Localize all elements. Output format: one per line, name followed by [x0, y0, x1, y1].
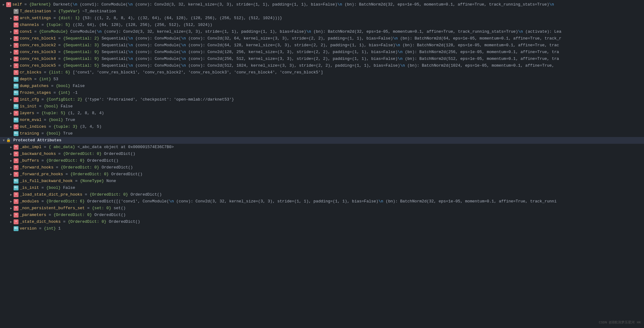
tree-row-protected_header[interactable]: 🔒Protected Attributes	[0, 137, 644, 144]
tree-row-layers[interactable]: ≡layers = {tuple: 5} (1, 2, 8, 8, 4)	[0, 110, 644, 117]
row-content-_abc_impl: _abc_impl = { abc_data} <_abc_data objec…	[20, 144, 644, 150]
type-icon-list: ≡	[14, 63, 19, 68]
row-content-T_destination: T_destination = {TypeVar} ~T_destination	[20, 8, 644, 15]
toggle-arrow	[9, 185, 14, 190]
watermark: CSDN @清航清梦压星河 HK	[599, 320, 641, 325]
toggle-arrow[interactable]	[9, 219, 14, 224]
tree-row-_modules[interactable]: ≡_modules = {OrderedDict: 6} OrderedDict…	[0, 198, 644, 205]
tree-row-arch_settings[interactable]: ≡arch_settings = {dict: 1} {53: ((1, 2, …	[0, 15, 644, 22]
tree-row-norm_eval[interactable]: 01norm_eval = {bool} True	[0, 117, 644, 123]
tree-row-init_cfg[interactable]: ≡init_cfg = {ConfigDict: 2} {'type': 'Pr…	[0, 96, 644, 103]
toggle-arrow[interactable]	[9, 199, 14, 204]
tree-row-out_indices[interactable]: ≡out_indices = {tuple: 3} (3, 4, 5)	[0, 123, 644, 130]
toggle-arrow[interactable]	[9, 43, 14, 48]
tree-row-conv_res_block4[interactable]: ≡conv_res_block4 = {Sequential: 9} Seque…	[0, 56, 644, 62]
tree-row-_forward_pre_hooks[interactable]: ≡_forward_pre_hooks = {OrderedDict: 0} O…	[0, 171, 644, 178]
toggle-arrow[interactable]	[9, 97, 14, 102]
type-icon-list: ≡	[14, 199, 19, 204]
type-icon-list: ≡	[14, 97, 19, 102]
tree-row-conv_res_block3[interactable]: ≡conv_res_block3 = {Sequential: 9} Seque…	[0, 49, 644, 56]
type-icon-list: ≡	[14, 29, 19, 34]
tree-row-conv_res_block5[interactable]: ≡conv_res_block5 = {Sequential: 5} Seque…	[0, 62, 644, 69]
toggle-arrow[interactable]	[9, 158, 14, 163]
type-icon-list: ≡	[14, 56, 19, 61]
row-content-training: training = {bool} True	[20, 131, 644, 137]
type-icon-bool: 01	[14, 104, 19, 109]
type-icon-bool: 01	[14, 77, 19, 82]
toggle-arrow[interactable]	[9, 206, 14, 211]
tree-row-channels[interactable]: ≡channels = {tuple: 5} ((32, 64), (64, 1…	[0, 22, 644, 28]
type-icon-bool: 01	[14, 84, 19, 89]
type-icon-list: ≡	[14, 152, 19, 156]
tree-row-T_destination[interactable]: =T_destination = {TypeVar} ~T_destinatio…	[0, 8, 644, 15]
toggle-arrow[interactable]	[9, 152, 14, 156]
tree-row-_parameters[interactable]: ≡_parameters = {OrderedDict: 0} OrderedD…	[0, 212, 644, 218]
toggle-arrow[interactable]	[9, 63, 14, 68]
toggle-arrow	[9, 104, 14, 109]
tree-row-_load_state_dict_pre_hooks[interactable]: ≡_load_state_dict_pre_hooks = {OrderedDi…	[0, 191, 644, 198]
toggle-arrow	[9, 131, 14, 136]
type-icon-list: ≡	[14, 50, 19, 55]
tree-row-dump_patches[interactable]: 01dump_patches = {bool} False	[0, 83, 644, 89]
tree-row-conv1[interactable]: ≡conv1 = {ConvModule} ConvModule(\n (con…	[0, 28, 644, 35]
toggle-arrow[interactable]	[9, 192, 14, 197]
toggle-arrow	[9, 179, 14, 184]
tree-row-_non_persistent_buffers_set[interactable]: ≡_non_persistent_buffers_set = {set: 0} …	[0, 205, 644, 212]
row-content-conv_res_block1: conv_res_block1 = {Sequential: 2} Sequen…	[20, 35, 644, 42]
row-content-_backward_hooks: _backward_hooks = {OrderedDict: 0} Order…	[20, 151, 644, 157]
row-content-self: self = {Darknet} Darknet(\n (conv1): Con…	[12, 2, 644, 8]
type-icon-bool: 01	[14, 179, 19, 184]
row-content-conv_res_block2: conv_res_block2 = {Sequential: 3} Sequen…	[20, 42, 644, 48]
toggle-arrow[interactable]	[1, 2, 6, 7]
tree-row-training[interactable]: 01training = {bool} True	[0, 130, 644, 137]
toggle-arrow	[9, 70, 14, 75]
toggle-arrow	[9, 226, 14, 231]
tree-row-self[interactable]: ≡self = {Darknet} Darknet(\n (conv1): Co…	[0, 1, 644, 8]
tree-row-version[interactable]: 01version = {int} 1	[0, 225, 644, 232]
toggle-arrow[interactable]	[9, 50, 14, 55]
toggle-arrow[interactable]	[9, 29, 14, 34]
tree-row-_backward_hooks[interactable]: ≡_backward_hooks = {OrderedDict: 0} Orde…	[0, 151, 644, 157]
toggle-arrow[interactable]	[9, 165, 14, 170]
type-icon-list: ≡	[14, 70, 19, 75]
toggle-arrow[interactable]	[9, 16, 14, 21]
tree-row-_abc_impl[interactable]: ≡_abc_impl = { abc_data} <_abc_data obje…	[0, 144, 644, 151]
type-icon-bool: 01	[14, 185, 19, 190]
type-icon-list: ≡	[14, 158, 19, 163]
tree-row-_buffers[interactable]: ≡_buffers = {OrderedDict: 0} OrderedDict…	[0, 157, 644, 164]
type-icon-list: ≡	[14, 124, 19, 129]
tree-row-frozen_stages[interactable]: 01frozen_stages = {int} -1	[0, 89, 644, 96]
toggle-arrow[interactable]	[9, 213, 14, 218]
type-icon-list: ≡	[14, 219, 19, 224]
row-content-channels: channels = {tuple: 5} ((32, 64), (64, 12…	[20, 22, 644, 28]
tree-row-conv_res_block1[interactable]: ≡conv_res_block1 = {Sequential: 2} Seque…	[0, 35, 644, 42]
type-icon-bool: 01	[14, 226, 19, 231]
lock-icon: 🔒	[6, 138, 11, 143]
toggle-arrow[interactable]	[9, 145, 14, 150]
type-icon-eq: =	[14, 9, 19, 14]
toggle-arrow[interactable]	[9, 124, 14, 129]
row-content-version: version = {int} 1	[20, 226, 644, 232]
tree-row-_state_dict_hooks[interactable]: ≡_state_dict_hooks = {OrderedDict: 0} Or…	[0, 218, 644, 225]
tree-row-_is_full_backward_hook[interactable]: 01_is_full_backward_hook = {NoneType} No…	[0, 178, 644, 185]
row-content-frozen_stages: frozen_stages = {int} -1	[20, 90, 644, 96]
row-content-conv_res_block3: conv_res_block3 = {Sequential: 9} Sequen…	[20, 49, 644, 55]
tree-row-_forward_hooks[interactable]: ≡_forward_hooks = {OrderedDict: 0} Order…	[0, 164, 644, 171]
tree-row-depth[interactable]: 01depth = {int} 53	[0, 76, 644, 83]
tree-row-is_init[interactable]: 01is_init = {bool} False	[0, 103, 644, 110]
toggle-arrow[interactable]	[9, 172, 14, 177]
toggle-arrow[interactable]	[9, 111, 14, 116]
type-icon-list: ≡	[6, 2, 11, 7]
row-content-conv_res_block5: conv_res_block5 = {Sequential: 5} Sequen…	[20, 63, 644, 69]
tree-row-conv_res_block2[interactable]: ≡conv_res_block2 = {Sequential: 3} Seque…	[0, 42, 644, 49]
type-icon-list: ≡	[14, 145, 19, 150]
toggle-arrow[interactable]	[1, 138, 6, 143]
tree-row-_is_init[interactable]: 01_is_init = {bool} False	[0, 185, 644, 191]
row-content-layers: layers = {tuple: 5} (1, 2, 8, 8, 4)	[20, 110, 644, 116]
toggle-arrow	[9, 9, 14, 14]
row-content-conv1: conv1 = {ConvModule} ConvModule(\n (conv…	[20, 29, 644, 35]
tree-row-cr_blocks[interactable]: ≡cr_blocks = {list: 6} ['conv1', 'conv_r…	[0, 69, 644, 76]
toggle-arrow[interactable]	[9, 36, 14, 41]
toggle-arrow[interactable]	[9, 56, 14, 61]
row-content-_buffers: _buffers = {OrderedDict: 0} OrderedDict(…	[20, 158, 644, 164]
